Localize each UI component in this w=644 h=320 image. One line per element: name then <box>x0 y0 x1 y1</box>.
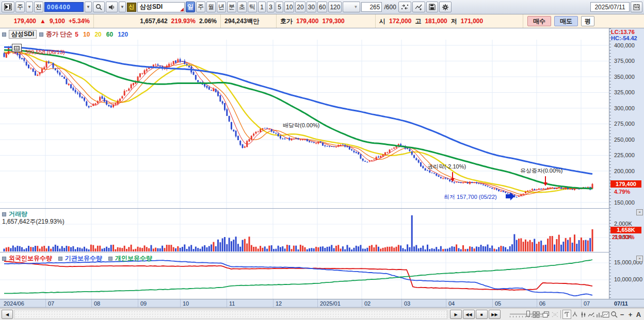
ma-period-60[interactable]: 60 <box>106 31 113 38</box>
custom-period-select[interactable]: ▼ <box>343 2 360 12</box>
compare-arrows-icon <box>401 4 409 10</box>
rewind-button[interactable]: ◀◀ <box>463 310 475 319</box>
price-axis[interactable]: LC:13.76 HC:-54.42 400,000375,000350,000… <box>609 28 644 299</box>
cascade-windows-button[interactable] <box>541 310 550 319</box>
zoom-tool-button[interactable] <box>609 310 618 319</box>
legend-chip-icon[interactable] <box>39 32 43 37</box>
bar-count-input[interactable]: 265 <box>361 2 382 12</box>
ma-period-20[interactable]: 20 <box>94 31 101 38</box>
period-select-dropdown[interactable]: ▼ <box>26 2 33 12</box>
tab-minute-30[interactable]: 30 <box>307 2 316 12</box>
stock-name-box[interactable]: 삼성SDI <box>137 2 185 12</box>
panel-toggle-icon[interactable] <box>2 2 14 12</box>
volume-readout: 1,657,642주(219.93%) <box>2 217 65 226</box>
stock-code-dropdown[interactable]: ▼ <box>85 2 92 12</box>
tile-windows-icon <box>533 311 540 318</box>
legend-chip-icon[interactable] <box>2 212 6 216</box>
tab-period-5[interactable]: 초 <box>237 2 247 12</box>
bottom-toolbar: ◀ ▶ ◀◀ ■ ▶▶ <box>0 308 644 320</box>
volume-value: 1,657,642 <box>140 18 167 25</box>
ma-period-10[interactable]: 10 <box>83 31 90 38</box>
ma-period-5[interactable]: 5 <box>75 31 78 38</box>
zoom-in-button[interactable]: + <box>626 310 635 319</box>
prev-stock-button[interactable]: 전 <box>34 2 43 12</box>
tab-period-3[interactable]: 년 <box>217 2 226 12</box>
time-axis-label: 10 <box>183 300 189 307</box>
time-axis-separator <box>273 299 273 307</box>
tab-minute-3[interactable]: 3 <box>267 2 275 12</box>
panel-close-button[interactable]: × <box>636 209 643 215</box>
scatter-mode-button[interactable] <box>551 310 559 319</box>
period-select[interactable]: 주 <box>15 2 25 12</box>
tab-minute-20[interactable]: 20 <box>295 2 305 12</box>
play-button[interactable]: ▶ <box>450 310 462 319</box>
calendar-button[interactable] <box>631 2 642 12</box>
period-tab-group: 일주월년분초틱 <box>186 2 257 12</box>
holdings-series-1[interactable]: 기관보유수량 <box>58 254 102 263</box>
stock-code-input[interactable]: 006400 <box>44 2 84 12</box>
stock-search-button[interactable] <box>93 2 105 12</box>
legend-symbol[interactable]: 삼성SDI <box>9 30 37 39</box>
crosshair-tool-button[interactable] <box>562 310 571 319</box>
current-volume-badge: 1,658K <box>610 227 641 233</box>
tab-period-0[interactable]: 일 <box>186 2 195 12</box>
zoom-out-button[interactable]: − <box>618 310 626 319</box>
scroll-left-button[interactable]: ◀ <box>2 310 13 319</box>
grid-toggle-button[interactable] <box>12 44 22 52</box>
legend-chip-icon[interactable] <box>2 32 6 37</box>
volume-cell: 1,657,642 219.93% 2.06% <box>94 14 221 28</box>
holdings-series-2[interactable]: 개인보유수량 <box>108 254 152 263</box>
price-tick: 325,000 <box>614 89 635 95</box>
time-axis-separator <box>401 299 402 307</box>
auto-scale-button[interactable]: A <box>634 310 643 319</box>
avg-button[interactable]: 평 <box>581 16 594 26</box>
time-axis-separator <box>45 299 46 307</box>
holdings-series-0[interactable]: 외국인보유수량 <box>2 254 52 263</box>
tab-period-2[interactable]: 월 <box>206 2 216 12</box>
ma-period-list: 5102060120 <box>75 31 128 38</box>
compare-chart-button[interactable] <box>398 2 411 12</box>
time-axis-label: 12 <box>276 300 282 307</box>
tab-minute-1[interactable]: 1 <box>258 2 266 12</box>
tab-minute-120[interactable]: 120 <box>328 2 342 12</box>
tab-minute-10[interactable]: 10 <box>284 2 294 12</box>
tab-period-1[interactable]: 주 <box>196 2 205 12</box>
chart-settings-button[interactable] <box>439 2 452 12</box>
current-price-badge: 179,400 <box>610 180 641 188</box>
legend-chip-icon <box>2 257 6 261</box>
time-axis-label: 07 <box>584 300 590 307</box>
tab-minute-60[interactable]: 60 <box>317 2 327 12</box>
line-tool-icon <box>588 311 595 318</box>
tile-windows-button[interactable] <box>532 310 540 319</box>
credit-badge: 신 <box>127 3 136 12</box>
price-tick: 300,000 <box>614 105 635 111</box>
sound-alert-dropdown[interactable]: ▼ <box>119 2 126 12</box>
chart-area: ←최고 399,558 (06/13)배당락(0.00%)권리락(-2.10%)… <box>0 28 644 299</box>
period-select-label: 주 <box>17 3 23 11</box>
holdings-series-label: 개인보유수량 <box>115 254 152 263</box>
chart-date-input[interactable]: 2025/07/11 <box>590 2 630 12</box>
save-chart-button[interactable] <box>426 2 438 12</box>
speed-slider-thumb[interactable] <box>526 311 530 317</box>
turnover-ratio: 2.06% <box>199 18 217 25</box>
time-axis[interactable]: 2024/060708091011122025/01020304050607 0… <box>0 299 644 308</box>
fast-forward-button[interactable]: ▶▶ <box>489 310 501 319</box>
tab-period-6[interactable]: 틱 <box>248 2 257 12</box>
holdings-series-label: 외국인보유수량 <box>9 254 52 263</box>
chart-image-button[interactable] <box>601 310 610 319</box>
trendline-tool-button[interactable] <box>412 2 425 12</box>
ma-period-120[interactable]: 120 <box>118 31 128 38</box>
sell-button[interactable]: 매도 <box>554 16 578 26</box>
stop-button[interactable]: ■ <box>476 310 488 319</box>
tab-period-4[interactable]: 분 <box>227 2 236 12</box>
scatter-mode-icon <box>552 311 559 318</box>
chart-scrollbar[interactable] <box>14 310 447 319</box>
current-price: 179,400 <box>14 18 36 25</box>
price-tick: 400,000 <box>614 42 635 48</box>
tab-minute-5[interactable]: 5 <box>276 2 283 12</box>
volume-tick: 2,000K <box>614 221 632 227</box>
buy-button[interactable]: 매수 <box>527 16 551 26</box>
low-price: 171,000 <box>461 18 483 25</box>
sound-alert-button[interactable] <box>106 2 118 12</box>
panel-close-button[interactable]: × <box>636 256 643 262</box>
